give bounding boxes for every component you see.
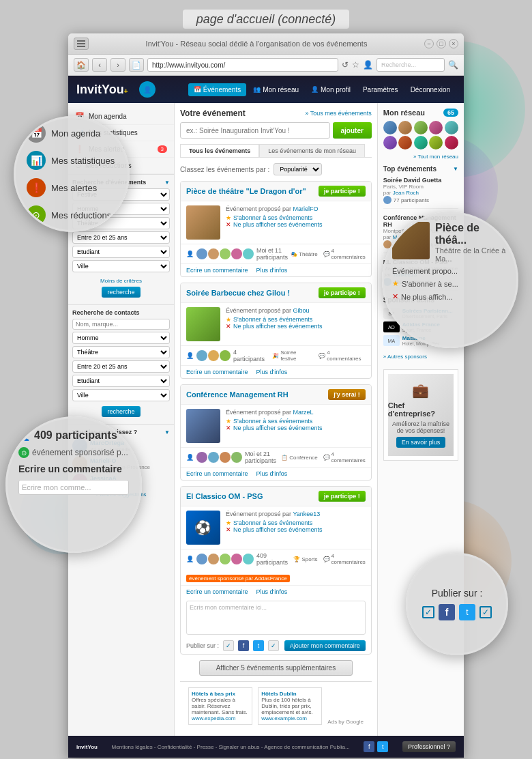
event-title-1[interactable]: Pièce de théâtre "Le Dragon d'or" — [186, 187, 306, 195]
add-event-button[interactable]: ajouter — [333, 122, 372, 139]
network-avatar-5[interactable] — [445, 121, 458, 134]
nav-item-logout[interactable]: Déconnexion — [405, 83, 456, 96]
minimize-button[interactable]: − — [424, 39, 434, 48]
event-proposer-2[interactable]: Gibou — [293, 307, 310, 314]
add-comment-button[interactable]: Ajouter mon commentaire — [284, 640, 366, 651]
twitter-icon[interactable]: t — [253, 640, 264, 651]
write-comment-link-3[interactable]: Ecrire un commentaire — [186, 470, 248, 477]
close-button[interactable]: × — [449, 39, 458, 48]
contact-status-select[interactable]: Etudiant — [72, 375, 170, 387]
less-criteria-link[interactable]: Moins de critères — [100, 278, 142, 284]
ad1-url[interactable]: www.expedia.com — [192, 715, 249, 721]
event-action-hide-2[interactable]: ✕Ne plus afficher ses événements — [226, 323, 366, 330]
write-comment-link-1[interactable]: Ecrire un commentaire — [186, 267, 248, 274]
reload-icon[interactable]: ↺ — [342, 60, 349, 70]
zoom-checkbox-2[interactable]: ✓ — [479, 606, 492, 618]
collapse-icon[interactable]: ▼ — [164, 180, 170, 186]
event-age-select[interactable]: Entre 20 et 25 ans — [72, 231, 170, 244]
more-info-link-4[interactable]: Plus d'infos — [256, 588, 288, 595]
all-events-link[interactable]: » Tous mes événements — [305, 110, 371, 117]
contact-gender-select[interactable]: Homme — [72, 332, 170, 344]
ad-cta-button[interactable]: En savoir plus — [396, 437, 446, 448]
contact-age-select[interactable]: Entre 20 et 25 ans — [72, 360, 170, 373]
nav-item-settings[interactable]: Paramètres — [357, 83, 404, 96]
write-comment-link-4[interactable]: Ecrire un commentaire — [186, 588, 248, 595]
event-title-3[interactable]: Conférence Management RH — [186, 390, 289, 399]
browser-menu-button[interactable] — [74, 38, 89, 50]
search-contacts-button[interactable]: recherche — [102, 406, 140, 417]
event-proposer-4[interactable]: Yankee13 — [293, 511, 320, 517]
checkbox2-icon[interactable]: ✓ — [268, 640, 279, 651]
participate-button-3[interactable]: j'y serai ! — [328, 389, 366, 400]
network-avatar-10[interactable] — [445, 136, 458, 149]
home-button[interactable]: 🏠 — [74, 58, 89, 72]
event-action-subscribe-3[interactable]: ★S'abonner à ses événements — [226, 418, 366, 425]
contact-name-input[interactable] — [72, 319, 170, 330]
network-avatar-1[interactable] — [383, 121, 397, 134]
top-events-collapse-icon[interactable]: ▼ — [453, 166, 458, 172]
event-actions-row-3: Ecrire un commentaire Plus d'infos — [181, 467, 371, 480]
nav-item-network[interactable]: 👥 Mon réseau — [248, 83, 304, 96]
search-icon[interactable]: 🔍 — [448, 60, 458, 70]
restore-button[interactable]: □ — [437, 39, 446, 48]
network-avatar-2[interactable] — [398, 121, 412, 134]
participate-button-4[interactable]: je participe ! — [319, 491, 366, 502]
participate-button-2[interactable]: je participe ! — [319, 287, 366, 298]
tab-network-events[interactable]: Les événements de mon réseau — [259, 144, 365, 157]
forward-button[interactable]: › — [110, 58, 125, 72]
event-proposer-3[interactable]: MarzeL — [293, 409, 314, 416]
ad2-url[interactable]: www.example.com — [261, 715, 319, 721]
more-info-link-3[interactable]: Plus d'infos — [256, 470, 288, 477]
participate-button-1[interactable]: je participe ! — [319, 186, 366, 197]
show-more-events-button[interactable]: Afficher 5 événements supplémentaires — [199, 660, 353, 676]
event-title-4[interactable]: El Classico OM - PSG — [186, 492, 263, 500]
more-info-link-2[interactable]: Plus d'infos — [256, 369, 288, 375]
event-action-subscribe-1[interactable]: ★S'abonner à ses événements — [226, 214, 366, 221]
nav-item-events[interactable]: 📅 Événements — [188, 83, 247, 96]
ad2-title[interactable]: Hôtels Dublin — [261, 691, 319, 697]
contact-category-select[interactable]: Théâtre — [72, 346, 170, 358]
event-action-subscribe-4[interactable]: ★S'abonner à ses événements — [226, 519, 366, 526]
pro-button[interactable]: Professionnel ? — [402, 741, 456, 752]
checkbox-icon[interactable]: ✓ — [223, 640, 234, 651]
more-sponsors-link[interactable]: » Autres sponsors — [383, 354, 427, 360]
network-avatar-8[interactable] — [414, 136, 428, 149]
search-events-button[interactable]: recherche — [102, 287, 140, 298]
event-action-hide-1[interactable]: ✕Ne plus afficher ses événements — [226, 221, 366, 228]
event-status-select[interactable]: Etudiant — [72, 246, 170, 258]
star-icon[interactable]: ☆ — [352, 60, 359, 70]
zoom-twitter-icon[interactable]: t — [459, 604, 475, 620]
write-comment-link-2[interactable]: Ecrire un commentaire — [186, 369, 248, 375]
event-title-2[interactable]: Soirée Barbecue chez Gilou ! — [186, 289, 290, 297]
more-info-link-1[interactable]: Plus d'infos — [256, 267, 288, 274]
event-search-input[interactable] — [180, 122, 330, 139]
ad1-title[interactable]: Hôtels à bas prix — [192, 691, 249, 697]
network-avatar-6[interactable] — [383, 136, 397, 149]
event-action-hide-3[interactable]: ✕Ne plus afficher ses événements — [226, 425, 366, 431]
network-avatar-3[interactable] — [414, 121, 428, 134]
footer-twitter-icon[interactable]: t — [377, 741, 388, 752]
event-proposer-1[interactable]: MarielFO — [293, 205, 319, 212]
view-all-network-link[interactable]: » Tout mon réseau — [383, 154, 458, 160]
url-bar[interactable]: http://www.invityou.com/ — [147, 58, 338, 72]
you-know-collapse-icon[interactable]: ▼ — [164, 429, 170, 435]
zoom-facebook-icon[interactable]: f — [439, 604, 455, 620]
zoom-checkbox-1[interactable]: ✓ — [422, 606, 434, 618]
event-action-subscribe-2[interactable]: ★S'abonner à ses événements — [226, 316, 366, 323]
event-card-3: Conférence Management RH j'y serai ! Évé… — [180, 384, 372, 481]
event-city-select[interactable]: Ville — [72, 260, 170, 272]
tab-all-events[interactable]: Tous les événements — [180, 144, 259, 157]
nav-item-profile[interactable]: 👤 Mon profil — [306, 83, 356, 96]
browser-search[interactable]: Recherche... — [376, 58, 445, 72]
footer-facebook-icon[interactable]: f — [364, 741, 374, 752]
back-button[interactable]: ‹ — [92, 58, 107, 72]
zoom-comment-input[interactable]: Ecrire mon comme... — [18, 480, 129, 495]
comment-box-4[interactable]: Ecris mon commentaire ici... — [186, 601, 366, 635]
sort-select[interactable]: Popularité — [274, 163, 322, 175]
event-action-hide-4[interactable]: ✕Ne plus afficher ses événements — [226, 526, 366, 533]
network-avatar-4[interactable] — [429, 121, 443, 134]
facebook-icon[interactable]: f — [238, 640, 249, 651]
network-avatar-9[interactable] — [429, 136, 443, 149]
contact-city-select[interactable]: Ville — [72, 389, 170, 401]
network-avatar-7[interactable] — [398, 136, 412, 149]
